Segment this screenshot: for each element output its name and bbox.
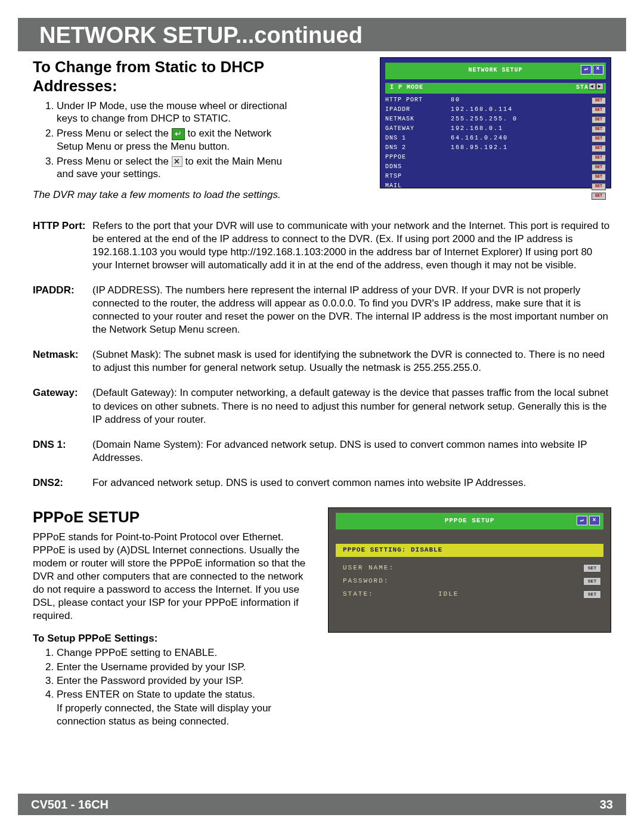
set-button: SET bbox=[592, 97, 606, 104]
set-button: SET bbox=[592, 145, 606, 152]
pppoe-step-1: Change PPPoE setting to ENABLE. bbox=[57, 646, 316, 659]
definition-label: Netmask: bbox=[33, 348, 92, 374]
arrow-right-icon: ▶ bbox=[596, 83, 603, 90]
set-button: SET bbox=[592, 116, 606, 123]
footer-right: 33 bbox=[600, 797, 613, 812]
page-banner: NETWORK SETUP...continued bbox=[18, 18, 626, 51]
return-icon bbox=[172, 128, 185, 140]
scr1-row: MAILSET bbox=[385, 182, 606, 191]
scr2-row: USER NAME:SET bbox=[343, 562, 601, 575]
pppoe-note: If properly connected, the State will di… bbox=[57, 702, 316, 728]
set-button: SET bbox=[592, 107, 606, 114]
scr1-row: IPADDR192.168.0.114SET bbox=[385, 106, 606, 115]
scr1-row-label: DNS 1 bbox=[385, 135, 451, 143]
scr1-row: DNS 164.161.0.240SET bbox=[385, 134, 606, 144]
set-button: SET bbox=[592, 193, 606, 200]
pppoe-step-4: Press ENTER on State to update the statu… bbox=[57, 688, 316, 701]
scr2-row: STATE:IDLESET bbox=[343, 588, 601, 601]
step-3: Press Menu or select the to exit the Mai… bbox=[57, 155, 295, 181]
definition-label: IPADDR: bbox=[33, 284, 92, 336]
steps-list-1: Under IP Mode, use the mouse wheel or di… bbox=[57, 100, 295, 181]
scr2-row-label: USER NAME: bbox=[343, 564, 438, 572]
set-button: SET bbox=[592, 154, 606, 162]
set-button: SET bbox=[592, 174, 606, 181]
set-button: SET bbox=[592, 164, 606, 171]
scr1-row: DNS 2168.95.192.1SET bbox=[385, 144, 606, 153]
section2-title: PPPoE SETUP bbox=[33, 507, 316, 527]
pppoe-left-column: PPPoE SETUP PPPoE stands for Point-to-Po… bbox=[33, 507, 316, 728]
set-button: SET bbox=[592, 135, 606, 143]
pppoe-setup-screenshot: PPPOE SETUP ↵ × PPPOE SETTING: DISABLE U… bbox=[328, 507, 611, 633]
scr1-row: GATEWAY192.168.0.1SET bbox=[385, 125, 606, 134]
scr1-row-value: 192.168.0.1 bbox=[451, 125, 592, 133]
scr1-row-value: 168.95.192.1 bbox=[451, 144, 592, 152]
definition-row: IPADDR:(IP ADDRESS). The numbers here re… bbox=[33, 284, 611, 336]
pppoe-intro: PPPoE stands for Point-to-Point Protocol… bbox=[33, 531, 316, 623]
definition-text: (Subnet Mask): The subnet mask is used f… bbox=[92, 348, 611, 374]
scr1-row-label: NETMASK bbox=[385, 116, 451, 123]
close-icon bbox=[172, 156, 182, 167]
scr2-body: USER NAME:SETPASSWORD:SETSTATE:IDLESET bbox=[343, 562, 601, 601]
scr1-row: PPPOESET bbox=[385, 153, 606, 163]
set-button: SET bbox=[592, 183, 606, 190]
definition-text: (Domain Name System): For advanced netwo… bbox=[92, 438, 611, 465]
scr1-arrows: ◀ ▶ bbox=[589, 83, 603, 90]
scr1-body: HTTP PORT80SETIPADDR192.168.0.114SETNETM… bbox=[385, 96, 606, 201]
step-3a: Press Menu or select the bbox=[57, 156, 169, 167]
scr2-title: PPPOE SETUP bbox=[445, 517, 495, 525]
step-1: Under IP Mode, use the mouse wheel or di… bbox=[57, 100, 295, 125]
definition-label: HTTP Port: bbox=[33, 219, 92, 272]
scr1-row-label: DNS 2 bbox=[385, 144, 451, 152]
note-1: The DVR may take a few moments to load t… bbox=[33, 188, 295, 201]
set-button: SET bbox=[583, 564, 601, 572]
scr2-row-label: PASSWORD: bbox=[343, 577, 438, 586]
top-left-column: To Change from Static to DHCP Addresses:… bbox=[33, 57, 295, 202]
scr1-row-label: HTTP PORT bbox=[385, 97, 451, 104]
scr1-row-label: MAIL bbox=[385, 182, 451, 190]
pppoe-step-3: Enter the Password provided by your ISP. bbox=[57, 674, 316, 687]
scr1-row-value: 255.255.255. 0 bbox=[451, 116, 592, 123]
definition-row: Netmask:(Subnet Mask): The subnet mask i… bbox=[33, 348, 611, 374]
return-icon: ↵ bbox=[577, 516, 587, 525]
scr2-row-value: IDLE bbox=[438, 590, 583, 599]
scr2-row: PASSWORD:SET bbox=[343, 575, 601, 588]
pppoe-steps-list: Change PPPoE setting to ENABLE. Enter th… bbox=[57, 646, 316, 701]
scr1-row-label: IPADDR bbox=[385, 106, 451, 114]
scr2-header: PPPOE SETUP ↵ × bbox=[336, 513, 603, 529]
scr1-sub-left: I P MODE bbox=[390, 84, 423, 92]
close-icon: × bbox=[593, 65, 603, 75]
scr2-sub: PPPOE SETTING: DISABLE bbox=[343, 546, 442, 555]
scr2-header-icons: ↵ × bbox=[577, 516, 600, 525]
scr1-row: RTSPSET bbox=[385, 172, 606, 182]
scr1-row-value: 192.168.0.114 bbox=[451, 106, 592, 114]
page-content: To Change from Static to DHCP Addresses:… bbox=[0, 51, 644, 729]
section1-title: To Change from Static to DHCP Addresses: bbox=[33, 57, 295, 96]
definition-row: Gateway:(Default Gateway): In computer n… bbox=[33, 386, 611, 426]
network-setup-screenshot: NETWORK SETUP ↵ × I P MODE STATIC ◀ ▶ HT… bbox=[380, 57, 611, 188]
scr2-subheader: PPPOE SETTING: DISABLE bbox=[336, 544, 603, 557]
scr1-header: NETWORK SETUP ↵ × bbox=[385, 63, 606, 79]
step-2a: Press Menu or select the bbox=[57, 128, 169, 139]
footer-left: CV501 - 16CH bbox=[31, 797, 109, 812]
banner-title: NETWORK SETUP...continued bbox=[39, 21, 626, 50]
definition-label: DNS 1: bbox=[33, 438, 92, 465]
scr1-row: HTTP PORT80SET bbox=[385, 96, 606, 106]
set-button: SET bbox=[583, 577, 601, 586]
definition-label: Gateway: bbox=[33, 386, 92, 426]
pppoe-sub: To Setup PPPoE Settings: bbox=[33, 632, 316, 645]
definition-row: HTTP Port:Refers to the port that your D… bbox=[33, 219, 611, 272]
definition-text: (IP ADDRESS). The numbers here represent… bbox=[92, 284, 611, 336]
scr1-row-label: GATEWAY bbox=[385, 125, 451, 133]
scr1-row-label: RTSP bbox=[385, 173, 451, 181]
set-button: SET bbox=[592, 126, 606, 133]
page-footer: CV501 - 16CH 33 bbox=[18, 794, 626, 815]
scr1-header-icons: ↵ × bbox=[581, 65, 603, 75]
arrow-left-icon: ◀ bbox=[589, 83, 596, 90]
definition-label: DNS2: bbox=[33, 476, 92, 490]
scr1-row: NETMASK255.255.255. 0SET bbox=[385, 115, 606, 125]
close-icon: × bbox=[589, 516, 600, 525]
pppoe-step-2: Enter the Username provided by your ISP. bbox=[57, 661, 316, 673]
definition-row: DNS 1:(Domain Name System): For advanced… bbox=[33, 438, 611, 465]
scr1-row-value: 64.161.0.240 bbox=[451, 135, 592, 143]
definition-text: (Default Gateway): In computer networkin… bbox=[92, 386, 611, 426]
